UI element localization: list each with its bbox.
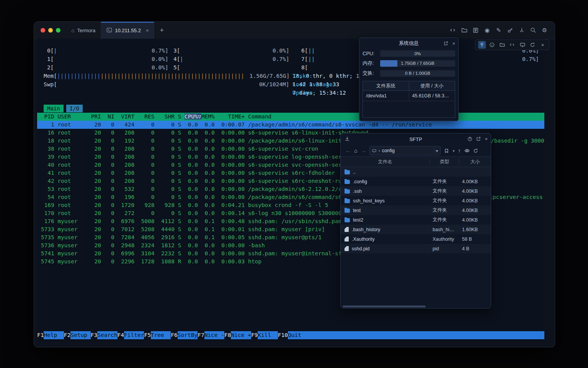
cpu5-meter: 5[ — [173, 63, 180, 72]
file-row[interactable]: test文件夹4.00KB — [341, 205, 491, 215]
fkey: F5 — [144, 331, 150, 339]
fkey-kill-button[interactable]: Kill — [258, 331, 278, 339]
sync-icon[interactable] — [529, 41, 536, 49]
cpu4-meter: 4[ — [173, 55, 180, 63]
fkey-filter-button[interactable]: Filter — [124, 331, 144, 339]
file-row[interactable]: ssh_host_keys文件夹4.00KB — [341, 196, 491, 205]
chevron-down-icon[interactable]: ▾ — [452, 149, 454, 153]
fkey-nice-plus-button[interactable]: Nice + — [231, 331, 251, 339]
swap-usage-bar: 0 B / 1.00GB — [380, 70, 455, 77]
desktop: ⌂ Termora 10.211.55.2 × + ◉ ✎ ⚙ 0[ — [0, 0, 588, 368]
chevron-down-icon[interactable]: ▾ — [436, 148, 438, 154]
tab-ssh-session[interactable]: 10.211.55.2 × — [101, 22, 154, 39]
htop-tab-io[interactable]: I/O — [66, 105, 83, 112]
cpu-usage-bar: 0% — [380, 50, 455, 57]
column-header-name[interactable]: 文件名 — [341, 159, 430, 165]
memory-usage-row: 内存: 1.75GB / 7.65GB — [359, 58, 458, 68]
file-type-icon — [345, 218, 350, 222]
file-row[interactable]: .. — [341, 167, 491, 177]
folder-icon[interactable] — [461, 27, 467, 34]
path-segment[interactable]: config — [382, 148, 395, 153]
path-breadcrumb[interactable]: › config ▾ — [369, 146, 441, 155]
keymap-icon[interactable] — [518, 27, 525, 34]
close-icon[interactable]: × — [539, 41, 547, 49]
file-row[interactable]: .XauthorityXauthority58 B — [341, 234, 491, 244]
fkey-help-button[interactable]: Help — [44, 331, 64, 339]
mem-meter: Mem[ — [44, 72, 57, 80]
fkey-sortby-button[interactable]: SortBy — [178, 331, 198, 339]
horizontal-scrollbar[interactable] — [343, 306, 426, 307]
htop-tab-main[interactable]: Main — [44, 105, 64, 112]
cpu6-meter: 6[ — [301, 46, 308, 55]
open-in-new-icon[interactable] — [444, 41, 448, 46]
app-window: ⌂ Termora 10.211.55.2 × + ◉ ✎ ⚙ 0[ — [34, 21, 555, 347]
forward-icon[interactable]: → — [361, 148, 366, 154]
record-icon[interactable]: ◉ — [484, 27, 490, 34]
edit-icon[interactable]: ✎ — [495, 27, 502, 34]
fs-column-header: 文件系统 — [363, 81, 409, 90]
sftp-table-header[interactable]: 文件名 类型 大小 — [341, 156, 491, 167]
fkey-setup-button[interactable]: Setup — [70, 331, 90, 339]
display-icon[interactable] — [519, 41, 526, 49]
close-icon[interactable]: × — [452, 41, 455, 46]
terminal-icon — [106, 27, 112, 34]
cpu7-meter: 7[ — [301, 55, 308, 63]
open-in-new-icon[interactable] — [476, 136, 481, 141]
tab-home-label: Termora — [77, 28, 95, 33]
bookmark-icon[interactable] — [444, 148, 449, 153]
cpu0-meter: 0[ — [47, 46, 54, 55]
uptime-line: Uptime: 7 days, 15:34:12 — [292, 89, 346, 97]
file-type-icon — [345, 227, 349, 232]
snippets-icon[interactable] — [472, 27, 479, 34]
file-row[interactable]: .ssh文件夹4.00KB — [341, 186, 491, 196]
key-icon[interactable] — [507, 27, 513, 34]
new-tab-button[interactable]: + — [154, 22, 169, 39]
settings-icon[interactable]: ⚙ — [541, 27, 548, 34]
command-fragment: ipcserver-access — [489, 193, 543, 201]
column-header-size[interactable]: 大小 — [459, 159, 491, 165]
folder-icon[interactable] — [498, 41, 506, 49]
column-header-type[interactable]: 类型 — [430, 159, 459, 165]
code-icon[interactable] — [508, 41, 516, 49]
sftp-titlebar[interactable]: SFTP × — [341, 133, 491, 145]
load-average-line: Load average: 1.42 1.38 1.33 — [292, 80, 339, 89]
filesystem-row[interactable]: /dev/vda1 45.61GB / 58.3… — [363, 91, 455, 101]
process-row[interactable]: 1 root 20 0 424 0 0 S 0.0 0.0 0:00.07 /p… — [37, 121, 544, 129]
home-icon: ⌂ — [71, 28, 74, 33]
close-icon[interactable]: × — [485, 136, 488, 142]
back-icon[interactable]: ← — [345, 148, 351, 154]
file-row[interactable]: .bash_historybash_hi…1.60KB — [341, 225, 491, 234]
file-row[interactable]: .config文件夹4.00KB — [341, 177, 491, 186]
download-icon[interactable] — [345, 133, 350, 144]
titlebar: ⌂ Termora 10.211.55.2 × + ◉ ✎ ⚙ — [34, 22, 555, 39]
sftp-nav-toolbar: ← ⌂ → › config ▾ ▾ ↑ — [341, 145, 491, 156]
eye-icon[interactable] — [464, 148, 470, 153]
fkey: F8 — [224, 331, 231, 339]
minimize-window-button[interactable] — [48, 28, 53, 33]
fkey-nice-minus-button[interactable]: Nice - — [204, 331, 224, 339]
search-icon[interactable] — [530, 27, 536, 34]
process-table-header[interactable]: PID USER PRI NI VIRT RES SHR S CPU%▽MEM%… — [37, 113, 544, 121]
zoom-window-button[interactable] — [56, 28, 60, 33]
floating-mini-toolbar: × — [475, 39, 549, 50]
pin-icon[interactable] — [478, 41, 486, 49]
parent-directory-icon[interactable]: ↑ — [458, 148, 461, 154]
fkey-tree-button[interactable]: Tree — [151, 331, 171, 339]
fkey-search-button[interactable]: Search — [97, 331, 117, 339]
tab-home[interactable]: ⌂ Termora — [66, 22, 101, 39]
file-type-icon — [345, 170, 350, 174]
fkey-quit-button[interactable]: Quit — [288, 331, 308, 339]
close-tab-icon[interactable]: × — [146, 28, 149, 33]
swap-usage-row: 交换: 0 B / 1.00GB — [359, 68, 458, 78]
refresh-icon[interactable] — [473, 148, 478, 153]
help-icon[interactable] — [467, 136, 472, 141]
file-row[interactable]: test2文件夹4.00KB — [341, 215, 491, 225]
titlebar-toolbar: ◉ ✎ ⚙ — [449, 22, 555, 39]
code-icon[interactable] — [449, 27, 456, 34]
file-row[interactable]: sshd.pidpid4 B — [341, 244, 491, 253]
info-icon[interactable] — [488, 41, 496, 49]
close-window-button[interactable] — [41, 28, 45, 33]
home-icon[interactable]: ⌂ — [354, 148, 357, 154]
fkey: F3 — [91, 331, 97, 339]
sort-column-cpu[interactable]: CPU%▽ — [185, 113, 201, 120]
